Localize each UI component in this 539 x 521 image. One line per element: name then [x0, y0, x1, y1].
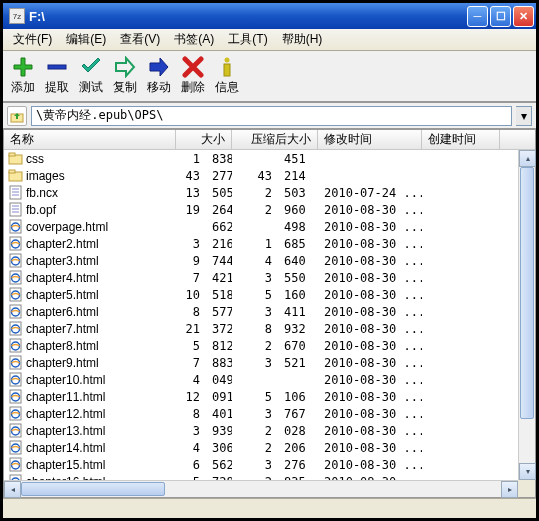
cmp-kb: 3	[232, 271, 278, 285]
table-row[interactable]: chapter8.html581226702010-08-30 ...	[4, 337, 535, 354]
table-row[interactable]: chapter4.html742135502010-08-30 ...	[4, 269, 535, 286]
scroll-left-icon[interactable]: ◂	[4, 481, 21, 498]
size-b: 838	[206, 152, 232, 166]
table-row[interactable]: chapter6.html857734112010-08-30 ...	[4, 303, 535, 320]
table-row[interactable]: chapter12.html840137672010-08-30 ...	[4, 405, 535, 422]
cmp-b: 932	[278, 322, 318, 336]
cmp-kb: 43	[232, 169, 278, 183]
scroll-down-icon[interactable]: ▾	[519, 463, 536, 480]
size-kb: 10	[176, 288, 206, 302]
svg-rect-2	[224, 64, 230, 76]
table-row[interactable]: fb.ncx1350525032010-07-24 ...	[4, 184, 535, 201]
file-name: css	[26, 152, 44, 166]
cmp-kb: 2	[232, 186, 278, 200]
mtime: 2010-08-30 ...	[318, 254, 422, 268]
cmp-b: 498	[278, 220, 318, 234]
scroll-thumb-h[interactable]	[21, 482, 165, 496]
cmp-kb: 3	[232, 407, 278, 421]
file-name: chapter8.html	[26, 339, 99, 353]
menu-file[interactable]: 文件(F)	[7, 29, 58, 50]
cmp-b: 276	[278, 458, 318, 472]
up-button[interactable]	[7, 106, 27, 126]
size-b: 939	[206, 424, 232, 438]
horizontal-scrollbar[interactable]: ◂ ▸	[4, 480, 518, 497]
doc-icon	[8, 185, 23, 200]
mtime: 2010-08-30 ...	[318, 441, 422, 455]
col-name[interactable]: 名称	[4, 130, 176, 149]
delete-button[interactable]: 删除	[179, 55, 207, 97]
maximize-button[interactable]: ☐	[490, 6, 511, 27]
cmp-kb: 8	[232, 322, 278, 336]
mtime: 2010-08-30 ...	[318, 407, 422, 421]
path-dropdown[interactable]: ▾	[516, 106, 532, 126]
cmp-b: 160	[278, 288, 318, 302]
svg-point-1	[225, 58, 230, 63]
file-name: chapter9.html	[26, 356, 99, 370]
close-button[interactable]: ✕	[513, 6, 534, 27]
table-row[interactable]: chapter11.html1209151062010-08-30 ...	[4, 388, 535, 405]
size-b: 518	[206, 288, 232, 302]
table-row[interactable]: chapter15.html656232762010-08-30 ...	[4, 456, 535, 473]
menu-tools[interactable]: 工具(T)	[222, 29, 273, 50]
size-b: 091	[206, 390, 232, 404]
cmp-b: 214	[278, 169, 318, 183]
mtime: 2010-08-30 ...	[318, 424, 422, 438]
size-kb: 9	[176, 254, 206, 268]
col-mtime[interactable]: 修改时间	[318, 130, 422, 149]
size-b: 049	[206, 373, 232, 387]
col-ctime[interactable]: 创建时间	[422, 130, 500, 149]
menu-help[interactable]: 帮助(H)	[276, 29, 329, 50]
move-button[interactable]: 移动	[145, 55, 173, 97]
size-kb: 1	[176, 152, 206, 166]
scroll-thumb-v[interactable]	[520, 167, 534, 419]
info-button[interactable]: 信息	[213, 55, 241, 97]
minimize-button[interactable]: ─	[467, 6, 488, 27]
mtime: 2010-08-30 ...	[318, 356, 422, 370]
table-row[interactable]: chapter7.html2137289322010-08-30 ...	[4, 320, 535, 337]
scroll-right-icon[interactable]: ▸	[501, 481, 518, 498]
col-size[interactable]: 大小	[176, 130, 232, 149]
table-row[interactable]: css1838451	[4, 150, 535, 167]
col-compressed[interactable]: 压缩后大小	[232, 130, 318, 149]
file-name: chapter10.html	[26, 373, 105, 387]
file-name: chapter7.html	[26, 322, 99, 336]
table-row[interactable]: fb.opf1926429602010-08-30 ...	[4, 201, 535, 218]
toolbar: 添加 提取 测试 复制 移动 删除 信息	[3, 51, 536, 103]
scroll-up-icon[interactable]: ▴	[519, 150, 536, 167]
vertical-scrollbar[interactable]: ▴ ▾	[518, 150, 535, 480]
add-button[interactable]: 添加	[9, 55, 37, 97]
menu-edit[interactable]: 编辑(E)	[60, 29, 112, 50]
size-kb: 4	[176, 441, 206, 455]
menu-view[interactable]: 查看(V)	[114, 29, 166, 50]
table-row[interactable]: chapter9.html788335212010-08-30 ...	[4, 354, 535, 371]
table-row[interactable]: chapter2.html321616852010-08-30 ...	[4, 235, 535, 252]
cmp-b: 028	[278, 424, 318, 438]
mtime: 2010-07-24 ...	[318, 186, 422, 200]
table-row[interactable]: coverpage.html6624982010-08-30 ...	[4, 218, 535, 235]
file-name: chapter4.html	[26, 271, 99, 285]
file-name: chapter13.html	[26, 424, 105, 438]
table-row[interactable]: chapter14.html430622062010-08-30 ...	[4, 439, 535, 456]
mtime: 2010-08-30 ...	[318, 203, 422, 217]
size-b: 505	[206, 186, 232, 200]
size-kb: 7	[176, 356, 206, 370]
table-row[interactable]: chapter3.html974446402010-08-30 ...	[4, 252, 535, 269]
table-row[interactable]: chapter10.html40492010-08-30 ...	[4, 371, 535, 388]
file-name: chapter15.html	[26, 458, 105, 472]
table-row[interactable]: images4327743214	[4, 167, 535, 184]
ie-icon	[8, 236, 23, 251]
menu-bookmark[interactable]: 书签(A)	[168, 29, 220, 50]
table-row[interactable]: chapter5.html1051851602010-08-30 ...	[4, 286, 535, 303]
menubar: 文件(F) 编辑(E) 查看(V) 书签(A) 工具(T) 帮助(H)	[3, 29, 536, 51]
copy-button[interactable]: 复制	[111, 55, 139, 97]
size-b: 562	[206, 458, 232, 472]
path-input[interactable]: \黄帝内经.epub\OPS\	[31, 106, 512, 126]
extract-button[interactable]: 提取	[43, 55, 71, 97]
copy-arrow-icon	[114, 56, 136, 78]
file-name: images	[26, 169, 65, 183]
x-icon	[182, 56, 204, 78]
table-row[interactable]: chapter13.html393920282010-08-30 ...	[4, 422, 535, 439]
window-title: F:\	[29, 9, 467, 24]
test-button[interactable]: 测试	[77, 55, 105, 97]
size-b: 306	[206, 441, 232, 455]
